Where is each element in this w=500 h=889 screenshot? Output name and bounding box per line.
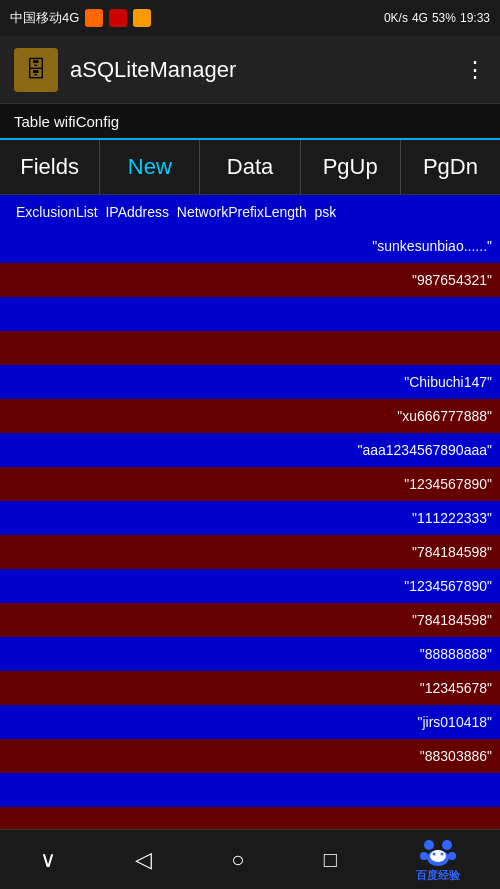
baidu-icon xyxy=(419,837,457,867)
table-row[interactable]: "jirs010418" xyxy=(0,705,500,739)
carrier-icon1 xyxy=(85,9,103,27)
svg-point-6 xyxy=(433,852,436,855)
carrier-icon3 xyxy=(133,9,151,27)
nav-pgdn[interactable]: PgDn xyxy=(401,140,500,194)
table-row[interactable]: "111222333" xyxy=(0,501,500,535)
status-bar: 中国移动4G 0K/s 4G 53% 19:33 xyxy=(0,0,500,36)
table-row[interactable]: "784184598" xyxy=(0,535,500,569)
row-psk-value: "784184598" xyxy=(412,612,492,628)
bottom-nav: ∨ ◁ ○ □ 百度经验 xyxy=(0,829,500,889)
row-psk-value: "88888888" xyxy=(420,646,492,662)
carrier-text: 中国移动4G xyxy=(10,9,79,27)
column-header: ExclusionList IPAddress NetworkPrefixLen… xyxy=(0,195,500,229)
table-row[interactable] xyxy=(0,297,500,331)
svg-point-2 xyxy=(420,852,428,860)
status-right: 0K/s 4G 53% 19:33 xyxy=(384,11,490,25)
table-row[interactable]: "88303886" xyxy=(0,739,500,773)
table-row[interactable]: "1234567890" xyxy=(0,569,500,603)
data-rows[interactable]: "sunkesunbiao......""987654321""Chibuchi… xyxy=(0,229,500,829)
table-row[interactable]: "xu666777888" xyxy=(0,399,500,433)
nav-bar: Fields New Data PgUp PgDn xyxy=(0,140,500,195)
table-row[interactable] xyxy=(0,773,500,807)
signal-text: 4G xyxy=(412,11,428,25)
baidu-logo[interactable]: 百度经验 xyxy=(416,837,460,883)
bottom-home-icon[interactable]: ○ xyxy=(231,847,244,873)
row-psk-value: "sunkesunbiao......" xyxy=(372,238,492,254)
status-left: 中国移动4G xyxy=(10,9,151,27)
nav-pgup[interactable]: PgUp xyxy=(301,140,401,194)
table-row[interactable]: "1234567890" xyxy=(0,467,500,501)
row-psk-value: "Chibuchi147" xyxy=(404,374,492,390)
bottom-back-icon[interactable]: ◁ xyxy=(135,847,152,873)
row-psk-value: "aaa1234567890aaa" xyxy=(357,442,492,458)
table-title-text: Table wifiConfig xyxy=(14,113,119,130)
carrier-icon2 xyxy=(109,9,127,27)
row-psk-value: "987654321" xyxy=(412,272,492,288)
baidu-text: 百度经验 xyxy=(416,868,460,883)
app-logo-icon: 🗄 xyxy=(25,57,47,83)
table-row[interactable] xyxy=(0,331,500,365)
row-psk-value: "1234567890" xyxy=(404,578,492,594)
table-row[interactable]: "88888888" xyxy=(0,637,500,671)
battery-text: 53% xyxy=(432,11,456,25)
time-text: 19:33 xyxy=(460,11,490,25)
bottom-expand-icon[interactable]: ∨ xyxy=(40,847,56,873)
row-psk-value: "xu666777888" xyxy=(397,408,492,424)
svg-point-5 xyxy=(430,850,446,862)
row-psk-value: "784184598" xyxy=(412,544,492,560)
nav-fields[interactable]: Fields xyxy=(0,140,100,194)
app-logo: 🗄 xyxy=(14,48,58,92)
table-row[interactable]: "784184598" xyxy=(0,603,500,637)
col-header-text: ExclusionList IPAddress NetworkPrefixLen… xyxy=(16,204,336,220)
row-psk-value: "12345678" xyxy=(420,680,492,696)
table-row[interactable]: "Chibuchi147" xyxy=(0,365,500,399)
table-row[interactable] xyxy=(0,807,500,829)
row-psk-value: "88303886" xyxy=(420,748,492,764)
overflow-menu-icon[interactable]: ⋮ xyxy=(464,57,486,83)
bottom-square-icon[interactable]: □ xyxy=(324,847,337,873)
table-row[interactable]: "aaa1234567890aaa" xyxy=(0,433,500,467)
app-title: aSQLiteManager xyxy=(70,57,452,83)
table-row[interactable]: "987654321" xyxy=(0,263,500,297)
app-bar: 🗄 aSQLiteManager ⋮ xyxy=(0,36,500,104)
table-row[interactable]: "12345678" xyxy=(0,671,500,705)
row-psk-value: "111222333" xyxy=(412,510,492,526)
table-title-bar: Table wifiConfig xyxy=(0,104,500,140)
nav-data[interactable]: Data xyxy=(200,140,300,194)
speed-text: 0K/s xyxy=(384,11,408,25)
svg-point-3 xyxy=(448,852,456,860)
svg-point-7 xyxy=(441,852,444,855)
nav-new[interactable]: New xyxy=(100,140,200,194)
row-psk-value: "jirs010418" xyxy=(417,714,492,730)
table-row[interactable]: "sunkesunbiao......" xyxy=(0,229,500,263)
svg-point-0 xyxy=(424,840,434,850)
svg-point-1 xyxy=(442,840,452,850)
row-psk-value: "1234567890" xyxy=(404,476,492,492)
